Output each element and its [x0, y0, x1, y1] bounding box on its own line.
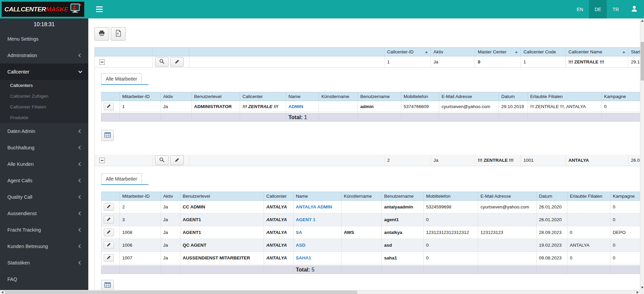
column-header-datum[interactable]: Datum: [537, 192, 567, 200]
edit-employee-button[interactable]: [104, 203, 114, 211]
cell-aktiv: Ja: [161, 101, 192, 112]
edit-employee-button[interactable]: [104, 103, 114, 110]
cell-email: 123123123: [478, 226, 537, 239]
print-button[interactable]: [94, 27, 109, 41]
cell-email: cyurtseven@yahoo.com: [439, 101, 499, 112]
collapse-row-button[interactable]: [99, 158, 105, 163]
edit-employee-button[interactable]: [104, 241, 114, 249]
chevron-left-icon: [78, 146, 82, 149]
employees-table: Mitarbeiter-ID Aktiv Benutzerlevel Callc…: [101, 192, 640, 264]
cell-kuenstlername: AWS: [341, 226, 382, 239]
column-header-kuenstlername[interactable]: Künstlername: [319, 92, 358, 101]
column-header-start-datum[interactable]: Start Datum: [628, 48, 640, 56]
callcenter-grid-header: Callcenter-ID Aktiv Master Center Callce…: [95, 47, 640, 56]
svg-text:X: X: [117, 32, 119, 35]
total-cell: Total: 1: [286, 113, 319, 121]
employee-name-link[interactable]: ANTALYA ADMIN: [296, 204, 332, 209]
scroll-up-arrow[interactable]: [640, 18, 644, 23]
sidebar-item-statistiken[interactable]: Statistiken: [0, 254, 88, 271]
language-en-button[interactable]: EN: [571, 0, 589, 18]
column-header-erlaubte-filialen[interactable]: Erlaubte Filialen: [528, 92, 602, 101]
sidebar-item-kunden-betreuung[interactable]: Kunden Betreuung: [0, 238, 88, 254]
sidebar-item-quality-call[interactable]: Quality Call: [0, 189, 88, 205]
column-header-datum[interactable]: Datum: [499, 92, 528, 101]
sidebar-item-callcenter-zufuegen[interactable]: Callcenter Zufügen: [0, 91, 88, 101]
edit-button[interactable]: [170, 57, 184, 67]
column-header-mobiltelefon[interactable]: Mobiltelefon: [401, 92, 439, 101]
column-header-benutzername[interactable]: Benutzername: [358, 92, 401, 101]
employees-table-footer: Total: 5: [101, 265, 640, 274]
sidebar-item-menu-settings[interactable]: Menu Settings: [0, 31, 88, 47]
user-menu-button[interactable]: [625, 0, 644, 18]
column-header-benutzerlevel[interactable]: Benutzerlevel: [192, 92, 240, 101]
tab-alle-mitarbeiter[interactable]: Alle Mitarbeiter: [101, 73, 142, 84]
edit-employee-button[interactable]: [104, 229, 114, 236]
sidebar-item-alle-kunden[interactable]: Alle Kunden: [0, 156, 88, 172]
tab-alle-mitarbeiter[interactable]: Alle Mitarbeiter: [101, 173, 142, 184]
search-button[interactable]: [155, 57, 169, 67]
sidebar-item-callcenters[interactable]: Callcenters: [0, 80, 88, 91]
edit-employee-button[interactable]: [104, 254, 114, 262]
column-header-email[interactable]: E-Mail Adresse: [478, 192, 537, 200]
column-header-name[interactable]: Name: [286, 92, 319, 101]
edit-button[interactable]: [170, 155, 184, 165]
column-header-callcenter[interactable]: Callcenter: [264, 192, 293, 200]
column-header-benutzerlevel[interactable]: Benutzerlevel: [180, 192, 264, 200]
column-header-callcenter-code[interactable]: Callcenter Code: [521, 48, 566, 56]
minus-icon: [101, 160, 103, 161]
column-header-aktiv[interactable]: Aktiv: [161, 192, 180, 200]
callcenter-row[interactable]: 1 Ja 0 1 !!! ZENTRALE !!! 29.10.2019: [95, 56, 640, 68]
grid-settings-button[interactable]: [101, 280, 114, 290]
column-header-mobiltelefon[interactable]: Mobiltelefon: [424, 192, 478, 200]
language-de-button[interactable]: DE: [589, 0, 607, 18]
callcenter-row[interactable]: 2 Ja !!! ZENTRALE !!! 1001 ANTALYA 26.01…: [95, 155, 640, 166]
sidebar-item-daten-admin[interactable]: Daten Admin: [0, 123, 88, 139]
language-tr-button[interactable]: TR: [607, 0, 625, 18]
sidebar-item-faq[interactable]: FAQ: [0, 271, 88, 287]
collapse-row-button[interactable]: [99, 59, 105, 65]
scroll-left-arrow[interactable]: [0, 290, 5, 294]
app-logo[interactable]: CallcenterMaske: [1, 1, 85, 17]
grid-settings-button[interactable]: [101, 130, 114, 141]
employee-name-link[interactable]: AGENT 1: [296, 217, 316, 222]
column-label: Callcenter-ID: [387, 49, 414, 54]
sidebar-item-agent-calls[interactable]: Agent Calls: [0, 172, 88, 189]
vertical-scrollbar-thumb[interactable]: [641, 42, 644, 81]
column-header-master-center[interactable]: Master Center: [475, 48, 521, 56]
column-header-email[interactable]: E-Mail Adresse: [439, 92, 499, 101]
column-header-benutzername[interactable]: Benutzername: [382, 192, 424, 200]
search-button[interactable]: [155, 155, 169, 165]
horizontal-scrollbar: [0, 290, 644, 294]
column-header-erlaubte-filialen[interactable]: Erlaubte Filialen: [567, 192, 610, 200]
hamburger-menu-icon[interactable]: [96, 5, 103, 13]
scroll-right-arrow[interactable]: [635, 290, 640, 294]
column-header-aktiv[interactable]: Aktiv: [161, 92, 192, 101]
column-header-callcenter[interactable]: Callcenter: [240, 92, 286, 101]
employee-row: 1007 Ja AUSSENDIENST MITARBEITER ANTALYA…: [101, 252, 640, 264]
horizontal-scrollbar-thumb[interactable]: [5, 291, 357, 294]
sidebar-item-buchhaltung[interactable]: Buchhaltung: [0, 139, 88, 156]
scroll-down-arrow[interactable]: [640, 285, 644, 290]
column-header-mitarbeiter-id[interactable]: Mitarbeiter-ID: [120, 192, 161, 200]
column-header-name[interactable]: Name: [293, 192, 341, 200]
column-header-callcenter-id[interactable]: Callcenter-ID: [384, 48, 431, 56]
column-header-mitarbeiter-id[interactable]: Mitarbeiter-ID: [120, 92, 161, 101]
sidebar-item-produkte[interactable]: Produkte: [0, 112, 88, 123]
column-header-kampagne[interactable]: Kampagne: [610, 192, 640, 200]
sidebar-item-callcenter-filialen[interactable]: Callcenter Filialen: [0, 101, 88, 112]
employee-name-link[interactable]: SAHA1: [296, 255, 311, 260]
column-header-aktiv[interactable]: Aktiv: [431, 48, 475, 56]
edit-employee-button[interactable]: [104, 216, 114, 224]
column-header-callcenter-name[interactable]: Callcenter Name: [566, 48, 628, 56]
sidebar-item-aussendienst[interactable]: Aussendienst: [0, 205, 88, 222]
sidebar-item-fracht-tracking[interactable]: Fracht Tracking: [0, 222, 88, 238]
employee-name-link[interactable]: ADMIN: [288, 104, 303, 109]
sidebar-item-adminstration[interactable]: Adminstration: [0, 47, 88, 63]
column-header-kuenstlername[interactable]: Künstlername: [341, 192, 382, 200]
column-header-kampagne[interactable]: Kampagne: [602, 92, 640, 101]
employee-name-link[interactable]: SA: [296, 230, 302, 235]
sidebar-item-callcenter[interactable]: Callcenter: [0, 63, 88, 80]
main-content: X Callcenter-ID Aktiv Master Center Call…: [88, 18, 640, 290]
excel-export-button[interactable]: X: [111, 27, 126, 41]
employee-name-link[interactable]: ASD: [296, 243, 306, 248]
